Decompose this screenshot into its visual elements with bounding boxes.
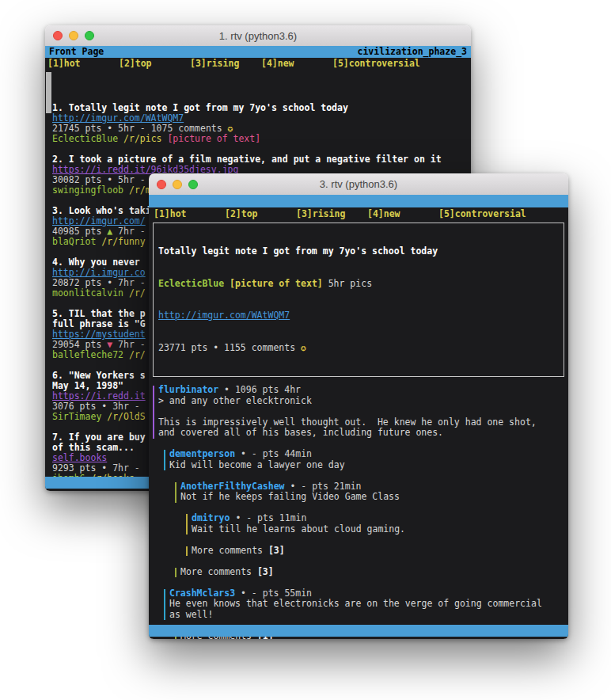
submission-summary-box[interactable]: Totally legit note I got from my 7yo's s… xyxy=(153,223,564,377)
logged-in-user: civilization_phaze_3 xyxy=(358,46,467,58)
sort-tabs: [1]hot[2]top[3]rising[4]new[5]controvers… xyxy=(45,58,471,70)
sort-tab-hot[interactable]: [1]hot xyxy=(154,208,187,220)
post-author[interactable]: EclecticBlue xyxy=(52,133,118,144)
comment-body-line: Kid will become a lawyer one day xyxy=(169,460,568,471)
post-subreddit[interactable]: /r/pics xyxy=(123,133,161,144)
post-meta-text: 5hr - 1075 comments xyxy=(112,123,222,134)
comment-header: flurbinator • 1096 pts 4hr xyxy=(158,385,568,396)
sort-tab-new[interactable]: [4]new xyxy=(261,58,294,70)
sort-tab-controversial[interactable]: [5]controversial xyxy=(332,58,420,70)
sort-tab-top[interactable]: [2]top xyxy=(119,58,152,70)
comment-body-line: This is impressively well thought out. H… xyxy=(158,417,568,428)
post-score: 3076 pts xyxy=(52,401,101,412)
more-comments-row[interactable]: More comments [3] xyxy=(180,567,568,578)
space xyxy=(118,133,123,144)
minimize-button[interactable] xyxy=(173,180,182,189)
post-subreddit[interactable]: /r/funny xyxy=(101,236,145,247)
comment-header: CrashMclars3 • - pts 55min xyxy=(169,588,568,599)
post-score: 21745 pts xyxy=(52,123,107,134)
comment-body-line: and covered all of his bases, including … xyxy=(158,428,568,439)
post-author[interactable]: SirTimaey xyxy=(52,411,101,422)
comment-header: dementperson • - pts 44min xyxy=(169,449,568,460)
comment[interactable]: CrashMclars3 • - pts 55minHe even knows … xyxy=(164,588,568,621)
submission-flair: [picture of text] xyxy=(230,278,323,289)
minimize-button[interactable] xyxy=(69,31,78,40)
comment-meta: • - pts 55min xyxy=(235,588,312,599)
comment-body-line: as well! xyxy=(169,610,568,621)
comment-depth-bar xyxy=(175,482,176,503)
gilded-icon: ✪ xyxy=(301,342,306,353)
sort-tab-controversial[interactable]: [5]controversial xyxy=(438,208,526,220)
page-title: Front Page xyxy=(49,46,104,58)
close-button[interactable] xyxy=(53,31,63,40)
comment-depth-bar xyxy=(186,514,188,535)
comment-author[interactable]: flurbinator xyxy=(158,384,218,395)
front-footer-bar: [?]Help [q]Quit [h]Return [space]Fold/Ex… xyxy=(149,625,568,637)
submission-link[interactable]: http://imgur.com/WAtWQM7 xyxy=(158,310,290,321)
comment-depth-bar xyxy=(175,568,176,578)
comment[interactable]: dmitryo • - pts 11minWait till he learns… xyxy=(186,513,568,535)
submission-author[interactable]: EclecticBlue xyxy=(158,278,224,289)
more-comments[interactable]: More comments [3] xyxy=(186,546,568,557)
post-flair: [picture of text] xyxy=(167,133,260,144)
gilded-icon: ✪ xyxy=(222,123,233,134)
comment[interactable]: AnotherFilthyCashew • - pts 21minNot if … xyxy=(175,481,568,503)
post-subreddit[interactable]: /r/OldS xyxy=(107,411,145,422)
submission-row[interactable]: 1. Totally legit note I got from my 7yo'… xyxy=(52,103,471,144)
more-comments-count: [3] xyxy=(268,545,285,556)
post-score: 30082 pts xyxy=(52,174,107,185)
comment-depth-bar xyxy=(164,589,165,621)
comment-body-line: Wait till he learns about cloud gaming. xyxy=(192,524,568,535)
more-comments[interactable]: More comments [3] xyxy=(175,567,568,578)
post-author[interactable]: ballefleche72 xyxy=(52,349,123,360)
comment-meta: • 1096 pts 4hr xyxy=(218,384,301,395)
window-title: 1. rtv (python3.6) xyxy=(219,30,297,42)
comment-body-line xyxy=(158,406,568,417)
space xyxy=(123,349,129,360)
comment-header: dmitryo • - pts 11min xyxy=(192,513,568,524)
more-comments-row[interactable]: More comments [3] xyxy=(192,546,568,557)
sort-tabs: [1]hot[2]top[3]rising[4]new[5]controvers… xyxy=(149,208,568,220)
window-title: 3. rtv (python3.6) xyxy=(320,178,397,190)
post-author[interactable]: blaQriot xyxy=(52,236,96,247)
post-score: 29054 pts xyxy=(52,339,107,350)
close-button[interactable] xyxy=(157,180,166,189)
comment-body-line: He even knows that electronicks are on t… xyxy=(169,599,568,610)
submission-title: Totally legit note I got from my 7yo's s… xyxy=(158,246,559,257)
sort-tab-hot[interactable]: [1]hot xyxy=(47,58,81,70)
back-window-titlebar[interactable]: 1. rtv (python3.6) xyxy=(45,25,471,47)
comment-meta: • - pts 44min xyxy=(235,448,312,459)
zoom-button[interactable] xyxy=(188,180,198,189)
submission-stats: 23771 pts • 1155 comments xyxy=(158,342,295,353)
zoom-button[interactable] xyxy=(85,31,94,40)
comment-author[interactable]: AnotherFilthyCashew xyxy=(180,481,285,492)
comment-author[interactable]: dmitryo xyxy=(192,512,230,523)
sort-tab-rising[interactable]: [3]rising xyxy=(296,208,345,220)
space xyxy=(123,287,129,299)
comment[interactable]: flurbinator • 1096 pts 4hr> and any othe… xyxy=(153,385,568,439)
comment-header: AnotherFilthyCashew • - pts 21min xyxy=(180,481,568,493)
more-comments-count: [3] xyxy=(257,566,274,577)
front-terminal: https://www.reddit.com/r/pics/comments/6… xyxy=(149,195,568,639)
comment-list: flurbinator • 1096 pts 4hr> and any othe… xyxy=(149,385,568,639)
post-subreddit[interactable]: /r/ xyxy=(129,287,146,299)
sort-tab-rising[interactable]: [3]rising xyxy=(190,58,239,70)
comment-author[interactable]: CrashMclars3 xyxy=(169,588,235,599)
front-window-titlebar[interactable]: 3. rtv (python3.6) xyxy=(149,173,568,196)
more-comments-label: More comments xyxy=(180,566,257,577)
sort-tab-top[interactable]: [2]top xyxy=(225,208,258,220)
post-author[interactable]: swingingfloob xyxy=(52,185,123,196)
comment-meta: • - pts 21min xyxy=(285,481,362,492)
submission-meta: 5hr pics xyxy=(328,278,372,289)
comment-author[interactable]: dementperson xyxy=(169,448,235,459)
comment-body-line: > and any other elecktronick xyxy=(158,396,568,407)
comment-depth-bar xyxy=(153,386,154,439)
post-tagline: EclecticBlue /r/pics [picture of text] xyxy=(52,134,471,144)
post-author[interactable]: moonlitcalvin xyxy=(52,287,123,299)
comment[interactable]: dementperson • - pts 44minKid will becom… xyxy=(164,449,568,470)
sort-tab-new[interactable]: [4]new xyxy=(367,208,400,220)
post-subreddit[interactable]: /r/ xyxy=(129,349,146,360)
selection-cursor xyxy=(46,72,51,113)
comment-depth-bar xyxy=(186,546,188,557)
post-score: 9293 pts xyxy=(52,462,101,474)
